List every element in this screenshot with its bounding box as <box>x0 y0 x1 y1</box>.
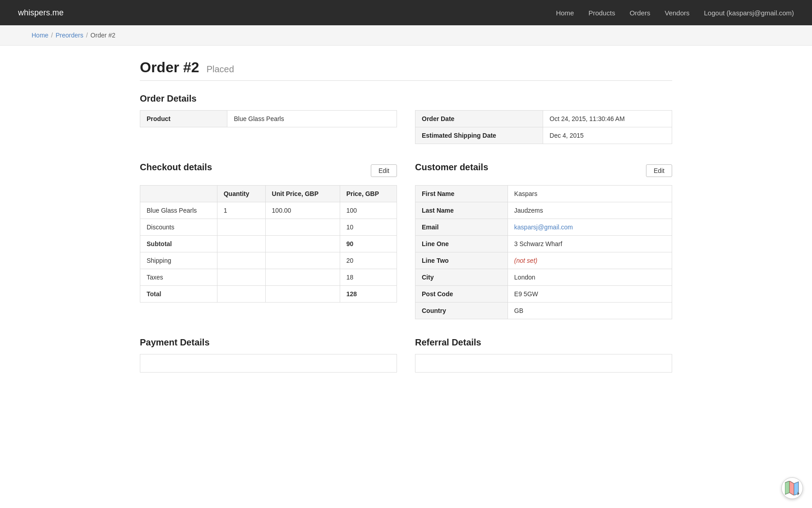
last-name-label: Last Name <box>415 202 508 219</box>
line-two-value: (not set) <box>508 252 672 269</box>
table-row: Shipping 20 <box>140 252 397 269</box>
total-price: 128 <box>340 286 397 303</box>
main-content: Order #2 Placed Order Details Product Bl… <box>108 46 704 400</box>
checkout-header-row: Quantity Unit Price, GBP Price, GBP <box>140 186 397 202</box>
table-row: Blue Glass Pearls 1 100.00 100 <box>140 202 397 219</box>
shipping-unit-price <box>265 252 340 269</box>
email-label: Email <box>415 219 508 236</box>
line-one-label: Line One <box>415 236 508 252</box>
city-value: London <box>508 269 672 286</box>
table-row: Country GB <box>415 303 672 319</box>
order-details-table: Product Blue Glass Pearls <box>140 110 397 127</box>
col-price: Price, GBP <box>340 186 397 202</box>
line-one-value: 3 Schwarz Wharf <box>508 236 672 252</box>
taxes-quantity <box>217 269 265 286</box>
post-code-value: E9 5GW <box>508 286 672 303</box>
navbar: whispers.me Home Products Orders Vendors… <box>0 0 812 25</box>
breadcrumb-preorders[interactable]: Preorders <box>55 32 83 39</box>
taxes-unit-price <box>265 269 340 286</box>
nav-orders[interactable]: Orders <box>630 9 651 17</box>
shipping-price: 20 <box>340 252 397 269</box>
order-details-left: Product Blue Glass Pearls <box>140 110 397 144</box>
order-details-grid: Product Blue Glass Pearls Order Date Oct… <box>140 110 672 144</box>
table-row: Discounts 10 <box>140 219 397 236</box>
col-quantity: Quantity <box>217 186 265 202</box>
breadcrumb-home[interactable]: Home <box>32 32 48 39</box>
email-value: kasparsj@gmail.com <box>508 219 672 236</box>
order-details-right: Order Date Oct 24, 2015, 11:30:46 AM Est… <box>415 110 672 144</box>
estimated-shipping-label: Estimated Shipping Date <box>415 127 543 144</box>
discounts-price: 10 <box>340 219 397 236</box>
first-name-label: First Name <box>415 186 508 202</box>
order-date-table: Order Date Oct 24, 2015, 11:30:46 AM Est… <box>415 110 672 144</box>
customer-header: Customer details Edit <box>415 162 672 179</box>
product-label: Product <box>140 111 227 127</box>
table-row <box>415 354 672 373</box>
line-two-label: Line Two <box>415 252 508 269</box>
checkout-edit-button[interactable]: Edit <box>371 164 397 177</box>
discounts-unit-price <box>265 219 340 236</box>
item-quantity: 1 <box>217 202 265 219</box>
nav-products[interactable]: Products <box>588 9 615 17</box>
customer-title: Customer details <box>415 162 488 172</box>
item-price: 100 <box>340 202 397 219</box>
item-name: Blue Glass Pearls <box>140 202 217 219</box>
shipping-name: Shipping <box>140 252 217 269</box>
col-unit-price: Unit Price, GBP <box>265 186 340 202</box>
customer-edit-button[interactable]: Edit <box>646 164 672 177</box>
taxes-price: 18 <box>340 269 397 286</box>
referral-placeholder <box>415 354 672 373</box>
table-row: Last Name Jaudzems <box>415 202 672 219</box>
payment-section: Payment Details <box>140 337 397 373</box>
subtotal-quantity <box>217 236 265 252</box>
subtotal-price: 90 <box>340 236 397 252</box>
table-row: City London <box>415 269 672 286</box>
nav-logout[interactable]: Logout (kasparsj@gmail.com) <box>704 9 794 17</box>
first-name-value: Kaspars <box>508 186 672 202</box>
payment-referral-grid: Payment Details Referral Details <box>140 337 672 373</box>
table-row: Taxes 18 <box>140 269 397 286</box>
payment-title: Payment Details <box>140 337 397 348</box>
table-row: Total 128 <box>140 286 397 303</box>
referral-table <box>415 354 672 373</box>
nav-home[interactable]: Home <box>556 9 574 17</box>
col-name <box>140 186 217 202</box>
nav-vendors[interactable]: Vendors <box>664 9 689 17</box>
email-link[interactable]: kasparsj@gmail.com <box>514 224 573 231</box>
breadcrumb-sep-2: / <box>86 32 88 39</box>
checkout-header: Checkout details Edit <box>140 162 397 179</box>
table-row: Order Date Oct 24, 2015, 11:30:46 AM <box>415 111 672 127</box>
table-row: Line Two (not set) <box>415 252 672 269</box>
breadcrumb-sep-1: / <box>51 32 53 39</box>
item-unit-price: 100.00 <box>265 202 340 219</box>
order-date-value: Oct 24, 2015, 11:30:46 AM <box>543 111 672 127</box>
referral-title: Referral Details <box>415 337 672 348</box>
customer-table: First Name Kaspars Last Name Jaudzems Em… <box>415 185 672 319</box>
not-set-indicator: (not set) <box>514 257 537 264</box>
city-label: City <box>415 269 508 286</box>
page-title: Order #2 <box>140 59 199 76</box>
checkout-table: Quantity Unit Price, GBP Price, GBP Blue… <box>140 185 397 303</box>
table-row: First Name Kaspars <box>415 186 672 202</box>
brand-logo[interactable]: whispers.me <box>18 8 64 18</box>
discounts-name: Discounts <box>140 219 217 236</box>
taxes-name: Taxes <box>140 269 217 286</box>
total-unit-price <box>265 286 340 303</box>
order-details-section: Order Details Product Blue Glass Pearls <box>140 93 672 144</box>
payment-table <box>140 354 397 373</box>
payment-placeholder <box>140 354 397 373</box>
nav-links: Home Products Orders Vendors Logout (kas… <box>556 9 794 17</box>
breadcrumb-current: Order #2 <box>91 32 115 39</box>
table-row: Subtotal 90 <box>140 236 397 252</box>
product-value: Blue Glass Pearls <box>227 111 397 127</box>
customer-section: Customer details Edit First Name Kaspars… <box>415 162 672 319</box>
referral-section: Referral Details <box>415 337 672 373</box>
page-title-area: Order #2 Placed <box>140 59 672 76</box>
order-date-label: Order Date <box>415 111 543 127</box>
order-details-title: Order Details <box>140 93 672 104</box>
subtotal-name: Subtotal <box>140 236 217 252</box>
checkout-section: Checkout details Edit Quantity Unit Pric… <box>140 162 397 319</box>
table-row <box>140 354 397 373</box>
subtotal-unit-price <box>265 236 340 252</box>
estimated-shipping-value: Dec 4, 2015 <box>543 127 672 144</box>
